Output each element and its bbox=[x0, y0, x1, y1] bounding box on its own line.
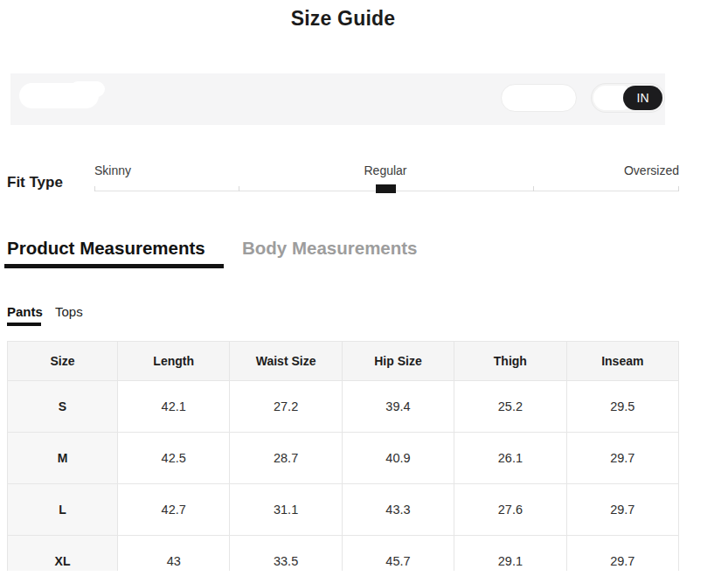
value-cell: 45.7 bbox=[342, 536, 454, 572]
value-cell: 28.7 bbox=[230, 433, 342, 484]
value-cell: 29.7 bbox=[566, 536, 678, 572]
column-header-length: Length bbox=[118, 342, 230, 381]
value-cell: 27.6 bbox=[454, 484, 566, 536]
unit-toggle-in-label[interactable]: IN bbox=[623, 86, 662, 110]
value-cell: 25.2 bbox=[454, 381, 566, 433]
unit-toggle[interactable]: IN bbox=[591, 83, 665, 113]
active-category-underline bbox=[7, 323, 41, 326]
value-cell: 40.9 bbox=[342, 433, 454, 484]
category-tab-tops[interactable]: Tops bbox=[55, 304, 83, 319]
tab-product-measurements[interactable]: Product Measurements bbox=[7, 238, 205, 259]
fit-type-label: Fit Type bbox=[7, 174, 63, 191]
slider-tick bbox=[239, 186, 239, 191]
page-title: Size Guide bbox=[7, 7, 679, 31]
size-cell: S bbox=[8, 381, 118, 433]
size-cell: XL bbox=[8, 536, 118, 572]
value-cell: 43.3 bbox=[342, 484, 454, 536]
measurements-table: Size Length Waist Size Hip Size Thigh In… bbox=[7, 341, 679, 571]
slider-tick bbox=[533, 186, 534, 191]
column-header-waist: Waist Size bbox=[230, 342, 342, 381]
measurements-table-container: Size Length Waist Size Hip Size Thigh In… bbox=[7, 341, 681, 571]
fit-option-skinny[interactable]: Skinny bbox=[94, 163, 131, 177]
slider-tick bbox=[94, 186, 95, 191]
size-cell: M bbox=[8, 433, 118, 484]
value-cell: 29.5 bbox=[566, 381, 678, 433]
fit-type-slider-handle[interactable] bbox=[376, 184, 396, 193]
column-header-thigh: Thigh bbox=[454, 342, 566, 381]
value-cell: 42.5 bbox=[118, 433, 230, 484]
value-cell: 29.1 bbox=[454, 536, 566, 572]
value-cell: 26.1 bbox=[454, 433, 566, 484]
table-row: XL 43 33.5 45.7 29.1 29.7 bbox=[8, 536, 679, 572]
table-row: M 42.5 28.7 40.9 26.1 29.7 bbox=[8, 433, 679, 484]
category-tab-pants[interactable]: Pants bbox=[7, 304, 43, 319]
value-cell: 43 bbox=[118, 536, 230, 572]
table-row: L 42.7 31.1 43.3 27.6 29.7 bbox=[8, 484, 679, 536]
redacted-label bbox=[19, 83, 99, 108]
unit-option-button[interactable] bbox=[501, 84, 577, 112]
column-header-hip: Hip Size bbox=[342, 342, 454, 381]
fit-option-oversized[interactable]: Oversized bbox=[624, 163, 679, 177]
value-cell: 42.7 bbox=[118, 484, 230, 536]
column-header-inseam: Inseam bbox=[566, 342, 678, 381]
active-tab-underline bbox=[4, 264, 224, 268]
fit-option-regular[interactable]: Regular bbox=[342, 163, 429, 177]
value-cell: 33.5 bbox=[230, 536, 342, 572]
size-cell: L bbox=[8, 484, 118, 536]
tab-body-measurements[interactable]: Body Measurements bbox=[242, 238, 418, 259]
table-header-row: Size Length Waist Size Hip Size Thigh In… bbox=[8, 342, 679, 381]
table-row: S 42.1 27.2 39.4 25.2 29.5 bbox=[8, 381, 679, 433]
value-cell: 29.7 bbox=[566, 484, 678, 536]
toolbar: IN bbox=[10, 73, 665, 125]
value-cell: 42.1 bbox=[118, 381, 230, 433]
value-cell: 27.2 bbox=[230, 381, 342, 433]
column-header-size: Size bbox=[8, 342, 118, 381]
value-cell: 31.1 bbox=[230, 484, 342, 536]
value-cell: 29.7 bbox=[566, 433, 678, 484]
value-cell: 39.4 bbox=[342, 381, 454, 433]
slider-tick bbox=[678, 186, 679, 191]
